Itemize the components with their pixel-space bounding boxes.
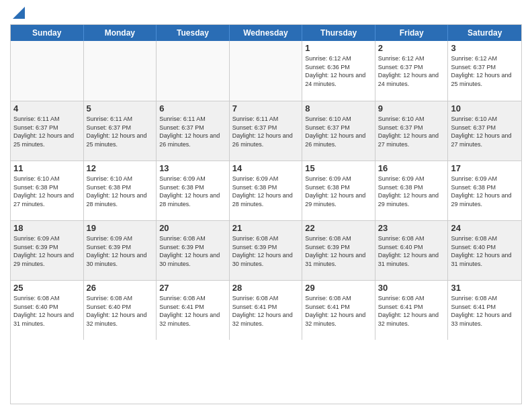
day-info: Sunrise: 6:08 AMSunset: 6:41 PMDaylight:… [159, 294, 226, 328]
day-number: 16 [378, 163, 445, 173]
day-number: 11 [13, 163, 81, 173]
day-number: 12 [87, 163, 154, 173]
day-number: 2 [378, 43, 445, 53]
day-number: 13 [159, 163, 226, 173]
calendar-cell: 9Sunrise: 6:10 AMSunset: 6:37 PMDaylight… [375, 101, 449, 161]
calendar-week-4: 18Sunrise: 6:09 AMSunset: 6:39 PMDayligh… [11, 220, 521, 280]
day-number: 24 [451, 223, 519, 233]
day-info: Sunrise: 6:08 AMSunset: 6:40 PMDaylight:… [87, 294, 154, 328]
calendar-cell: 28Sunrise: 6:08 AMSunset: 6:41 PMDayligh… [230, 281, 303, 340]
day-info: Sunrise: 6:08 AMSunset: 6:40 PMDaylight:… [378, 234, 445, 268]
day-info: Sunrise: 6:08 AMSunset: 6:39 PMDaylight:… [232, 234, 300, 268]
calendar-cell: 27Sunrise: 6:08 AMSunset: 6:41 PMDayligh… [157, 281, 230, 340]
calendar-cell: 24Sunrise: 6:08 AMSunset: 6:40 PMDayligh… [448, 221, 521, 280]
calendar-cell: 2Sunrise: 6:12 AMSunset: 6:37 PMDaylight… [375, 41, 449, 101]
calendar-cell: 5Sunrise: 6:11 AMSunset: 6:37 PMDaylight… [84, 101, 157, 161]
day-number: 1 [305, 43, 372, 53]
day-number: 15 [305, 163, 372, 173]
header-day-thursday: Thursday [302, 25, 375, 41]
calendar-body: 1Sunrise: 6:12 AMSunset: 6:36 PMDaylight… [11, 41, 521, 340]
day-info: Sunrise: 6:08 AMSunset: 6:41 PMDaylight:… [232, 294, 300, 328]
calendar-cell [84, 41, 157, 101]
day-info: Sunrise: 6:12 AMSunset: 6:37 PMDaylight:… [451, 54, 519, 88]
calendar-week-2: 4Sunrise: 6:11 AMSunset: 6:37 PMDaylight… [11, 101, 521, 161]
day-info: Sunrise: 6:11 AMSunset: 6:37 PMDaylight:… [13, 115, 81, 148]
day-number: 9 [378, 103, 445, 113]
day-number: 20 [159, 223, 226, 233]
day-info: Sunrise: 6:09 AMSunset: 6:39 PMDaylight:… [87, 234, 154, 268]
calendar-cell [157, 41, 230, 101]
day-info: Sunrise: 6:08 AMSunset: 6:41 PMDaylight:… [451, 294, 519, 328]
calendar-cell: 18Sunrise: 6:09 AMSunset: 6:39 PMDayligh… [11, 221, 84, 280]
day-number: 3 [451, 43, 519, 53]
calendar-cell: 10Sunrise: 6:10 AMSunset: 6:37 PMDayligh… [448, 101, 521, 161]
page: SundayMondayTuesdayWednesdayThursdayFrid… [0, 0, 532, 411]
calendar-cell: 29Sunrise: 6:08 AMSunset: 6:41 PMDayligh… [302, 281, 375, 340]
calendar-cell: 14Sunrise: 6:09 AMSunset: 6:38 PMDayligh… [230, 161, 303, 220]
day-number: 17 [451, 163, 519, 173]
day-number: 19 [87, 223, 154, 233]
calendar-cell: 13Sunrise: 6:09 AMSunset: 6:38 PMDayligh… [157, 161, 230, 220]
day-number: 26 [87, 283, 154, 293]
header-day-sunday: Sunday [11, 25, 84, 41]
calendar-cell: 21Sunrise: 6:08 AMSunset: 6:39 PMDayligh… [230, 221, 303, 280]
day-number: 10 [451, 103, 519, 113]
calendar-week-5: 25Sunrise: 6:08 AMSunset: 6:40 PMDayligh… [11, 280, 521, 340]
day-info: Sunrise: 6:11 AMSunset: 6:37 PMDaylight:… [87, 115, 154, 148]
calendar-cell: 30Sunrise: 6:08 AMSunset: 6:41 PMDayligh… [375, 281, 449, 340]
calendar-cell: 11Sunrise: 6:10 AMSunset: 6:38 PMDayligh… [11, 161, 84, 220]
logo [10, 7, 25, 19]
calendar-cell: 15Sunrise: 6:09 AMSunset: 6:38 PMDayligh… [302, 161, 375, 220]
day-info: Sunrise: 6:11 AMSunset: 6:37 PMDaylight:… [232, 115, 300, 148]
calendar-cell: 19Sunrise: 6:09 AMSunset: 6:39 PMDayligh… [84, 221, 157, 280]
calendar-cell: 16Sunrise: 6:09 AMSunset: 6:38 PMDayligh… [375, 161, 449, 220]
calendar-cell: 25Sunrise: 6:08 AMSunset: 6:40 PMDayligh… [11, 281, 84, 340]
day-number: 29 [305, 283, 372, 293]
day-info: Sunrise: 6:12 AMSunset: 6:36 PMDaylight:… [305, 54, 372, 88]
calendar-cell: 31Sunrise: 6:08 AMSunset: 6:41 PMDayligh… [448, 281, 521, 340]
header-day-wednesday: Wednesday [230, 25, 303, 41]
day-number: 7 [232, 103, 300, 113]
day-number: 28 [232, 283, 300, 293]
day-info: Sunrise: 6:09 AMSunset: 6:39 PMDaylight:… [13, 234, 81, 268]
day-info: Sunrise: 6:09 AMSunset: 6:38 PMDaylight:… [451, 175, 519, 208]
day-number: 18 [13, 223, 81, 233]
calendar-cell: 6Sunrise: 6:11 AMSunset: 6:37 PMDaylight… [157, 101, 230, 161]
header-day-friday: Friday [375, 25, 449, 41]
day-number: 25 [13, 283, 81, 293]
day-number: 6 [159, 103, 226, 113]
svg-marker-0 [13, 7, 25, 19]
header-day-tuesday: Tuesday [157, 25, 230, 41]
day-info: Sunrise: 6:10 AMSunset: 6:37 PMDaylight:… [451, 115, 519, 148]
day-info: Sunrise: 6:10 AMSunset: 6:38 PMDaylight:… [13, 175, 81, 208]
day-number: 21 [232, 223, 300, 233]
calendar-cell: 3Sunrise: 6:12 AMSunset: 6:37 PMDaylight… [448, 41, 521, 101]
calendar-cell [230, 41, 303, 101]
day-info: Sunrise: 6:08 AMSunset: 6:40 PMDaylight:… [13, 294, 81, 328]
calendar-week-1: 1Sunrise: 6:12 AMSunset: 6:36 PMDaylight… [11, 41, 521, 101]
calendar-cell: 4Sunrise: 6:11 AMSunset: 6:37 PMDaylight… [11, 101, 84, 161]
calendar-header: SundayMondayTuesdayWednesdayThursdayFrid… [11, 25, 521, 41]
day-number: 30 [378, 283, 445, 293]
calendar-cell: 20Sunrise: 6:08 AMSunset: 6:39 PMDayligh… [157, 221, 230, 280]
day-number: 23 [378, 223, 445, 233]
calendar-cell: 26Sunrise: 6:08 AMSunset: 6:40 PMDayligh… [84, 281, 157, 340]
calendar-cell: 23Sunrise: 6:08 AMSunset: 6:40 PMDayligh… [375, 221, 449, 280]
calendar-cell: 17Sunrise: 6:09 AMSunset: 6:38 PMDayligh… [448, 161, 521, 220]
calendar-cell: 8Sunrise: 6:10 AMSunset: 6:37 PMDaylight… [302, 101, 375, 161]
day-info: Sunrise: 6:10 AMSunset: 6:37 PMDaylight:… [305, 115, 372, 148]
day-info: Sunrise: 6:08 AMSunset: 6:39 PMDaylight:… [305, 234, 372, 268]
day-number: 27 [159, 283, 226, 293]
logo-icon [10, 7, 25, 19]
calendar-cell: 12Sunrise: 6:10 AMSunset: 6:38 PMDayligh… [84, 161, 157, 220]
day-info: Sunrise: 6:08 AMSunset: 6:39 PMDaylight:… [159, 234, 226, 268]
header-day-saturday: Saturday [448, 25, 521, 41]
day-info: Sunrise: 6:10 AMSunset: 6:37 PMDaylight:… [378, 115, 445, 148]
calendar-cell: 1Sunrise: 6:12 AMSunset: 6:36 PMDaylight… [302, 41, 375, 101]
day-info: Sunrise: 6:09 AMSunset: 6:38 PMDaylight:… [232, 175, 300, 208]
header-day-monday: Monday [84, 25, 157, 41]
day-info: Sunrise: 6:11 AMSunset: 6:37 PMDaylight:… [159, 115, 226, 148]
day-info: Sunrise: 6:08 AMSunset: 6:41 PMDaylight:… [378, 294, 445, 328]
calendar-cell [11, 41, 84, 101]
day-number: 31 [451, 283, 519, 293]
